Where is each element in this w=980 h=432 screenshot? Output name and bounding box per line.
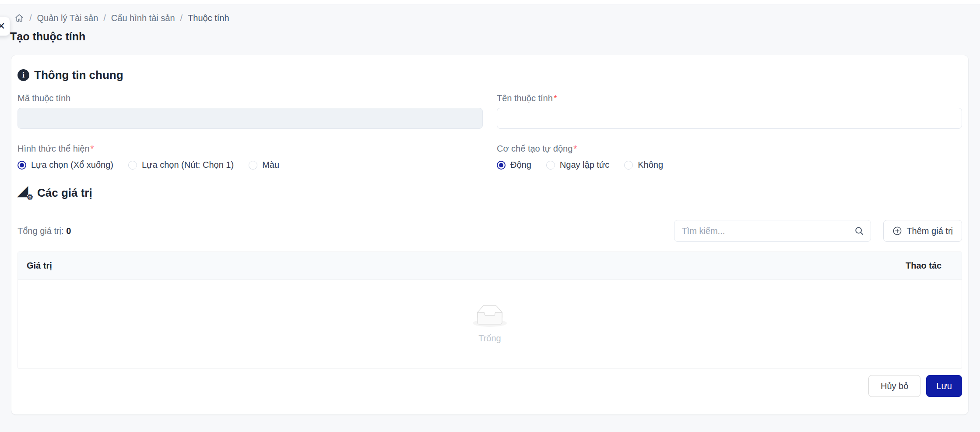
radio-option-label: Không bbox=[638, 160, 663, 170]
radio-checked-icon bbox=[497, 161, 506, 170]
auto-mechanism-label: Cơ chế tạo tự động* bbox=[497, 144, 962, 154]
gear-icon: ⚙ bbox=[27, 194, 33, 201]
radio-option-immediate[interactable]: Ngay lập tức bbox=[546, 160, 609, 170]
general-info-section-title: Thông tin chung bbox=[34, 68, 123, 82]
required-asterisk: * bbox=[573, 144, 577, 153]
toolbar-right: Thêm giá trị bbox=[674, 220, 962, 242]
values-settings-icon: ◢ ⚙ bbox=[18, 186, 32, 200]
search-icon[interactable] bbox=[854, 226, 864, 238]
page-title: Tạo thuộc tính bbox=[10, 30, 980, 43]
radio-unchecked-icon bbox=[128, 161, 137, 170]
breadcrumb: / Quản lý Tài sản / Cấu hình tài sản / T… bbox=[14, 11, 980, 25]
attribute-code-field-group: Mã thuộc tính bbox=[18, 93, 483, 129]
edge-close-button[interactable]: ✕ bbox=[0, 17, 10, 36]
breadcrumb-separator: / bbox=[180, 13, 183, 23]
search-input[interactable] bbox=[674, 220, 871, 242]
values-table-header: Giá trị Thao tác bbox=[18, 252, 962, 280]
search-box bbox=[674, 220, 871, 242]
attribute-code-input[interactable] bbox=[18, 108, 483, 129]
attribute-name-label: Tên thuộc tính* bbox=[497, 93, 962, 103]
radio-option-label: Động bbox=[510, 160, 531, 170]
attribute-name-input[interactable] bbox=[497, 108, 962, 129]
radio-option-dynamic[interactable]: Động bbox=[497, 160, 531, 170]
total-values-text: Tổng giá trị: 0 bbox=[18, 226, 71, 236]
breadcrumb-separator: / bbox=[103, 13, 106, 23]
auto-mechanism-field-group: Cơ chế tạo tự động* Động Ngay lập tức Kh… bbox=[497, 144, 962, 170]
radio-unchecked-icon bbox=[546, 161, 555, 170]
empty-box-icon bbox=[473, 305, 507, 329]
add-value-button-label: Thêm giá trị bbox=[906, 226, 953, 236]
attribute-name-field-group: Tên thuộc tính* bbox=[497, 93, 962, 129]
column-header-value: Giá trị bbox=[18, 261, 895, 271]
values-table-empty-body: Trống bbox=[18, 280, 962, 368]
radio-option-button-single[interactable]: Lựa chọn (Nút: Chọn 1) bbox=[128, 160, 234, 170]
values-table: Giá trị Thao tác Trống bbox=[18, 251, 962, 369]
required-asterisk: * bbox=[554, 93, 557, 103]
breadcrumb-item-asset-config[interactable]: Cấu hình tài sản bbox=[111, 13, 175, 23]
breadcrumb-item-asset-management[interactable]: Quản lý Tài sản bbox=[37, 13, 98, 23]
radio-option-label: Ngay lập tức bbox=[560, 160, 609, 170]
radio-option-none[interactable]: Không bbox=[624, 160, 663, 170]
radio-option-label: Lựa chọn (Xổ xuống) bbox=[31, 160, 113, 170]
radio-checked-icon bbox=[18, 161, 26, 170]
empty-state-text: Trống bbox=[478, 333, 501, 343]
info-icon: i bbox=[18, 69, 29, 81]
display-type-field-group: Hình thức thể hiện* Lựa chọn (Xổ xuống) … bbox=[18, 144, 483, 170]
general-info-form: Mã thuộc tính Tên thuộc tính* Hình thức … bbox=[18, 93, 962, 170]
cancel-button[interactable]: Hủy bỏ bbox=[868, 375, 920, 397]
values-section-title: Các giá trị bbox=[37, 186, 92, 200]
required-asterisk: * bbox=[91, 144, 94, 153]
create-attribute-card: i Thông tin chung Mã thuộc tính Tên thuộ… bbox=[11, 55, 968, 414]
total-values-count: 0 bbox=[66, 226, 71, 236]
values-toolbar: Tổng giá trị: 0 bbox=[18, 220, 962, 242]
top-strip bbox=[0, 0, 980, 4]
plus-circle-icon bbox=[892, 226, 902, 236]
auto-mechanism-radio-group: Động Ngay lập tức Không bbox=[497, 160, 962, 170]
column-header-actions: Thao tác bbox=[895, 261, 962, 271]
add-value-button[interactable]: Thêm giá trị bbox=[883, 220, 962, 242]
radio-option-label: Màu bbox=[262, 160, 279, 170]
attribute-code-label: Mã thuộc tính bbox=[18, 93, 483, 103]
radio-option-color[interactable]: Màu bbox=[249, 160, 279, 170]
card-footer: Hủy bỏ Lưu bbox=[18, 369, 962, 397]
general-info-section-header: i Thông tin chung bbox=[18, 68, 962, 82]
home-icon[interactable] bbox=[14, 13, 24, 23]
radio-option-label: Lựa chọn (Nút: Chọn 1) bbox=[142, 160, 234, 170]
display-type-radio-group: Lựa chọn (Xổ xuống) Lựa chọn (Nút: Chọn … bbox=[18, 160, 483, 170]
radio-unchecked-icon bbox=[624, 161, 633, 170]
radio-option-dropdown[interactable]: Lựa chọn (Xổ xuống) bbox=[18, 160, 113, 170]
values-section-header: ◢ ⚙ Các giá trị bbox=[18, 186, 962, 200]
close-icon: ✕ bbox=[0, 21, 5, 32]
breadcrumb-item-attribute[interactable]: Thuộc tính bbox=[188, 13, 229, 23]
radio-unchecked-icon bbox=[249, 161, 257, 170]
display-type-label: Hình thức thể hiện* bbox=[18, 144, 483, 154]
save-button[interactable]: Lưu bbox=[926, 375, 962, 397]
breadcrumb-separator: / bbox=[29, 13, 32, 23]
